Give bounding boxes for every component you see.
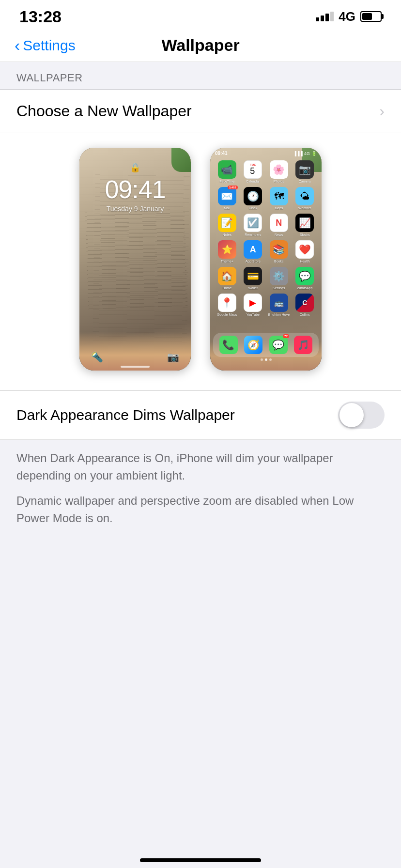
news-icon: N bbox=[270, 214, 288, 232]
lock-date: Tuesday 9 January bbox=[107, 205, 164, 213]
app-weather[interactable]: 🌤 Weather bbox=[294, 187, 316, 210]
brighton-label: Brighton Hove bbox=[268, 313, 290, 316]
list-container: Choose a New Wallpaper › bbox=[0, 90, 401, 133]
health-label: Health bbox=[300, 260, 309, 263]
theme-store-icon: ⭐ bbox=[218, 240, 236, 259]
home-battery-icon: 🔋 bbox=[311, 151, 317, 156]
app-notes[interactable]: 📝 Notes bbox=[216, 214, 238, 236]
signal-bar-2 bbox=[321, 16, 324, 21]
lock-screen-preview[interactable]: 🔒 09:41 Tuesday 9 January 🔦 📷 bbox=[79, 148, 191, 371]
app-camera[interactable]: 📷 Camera bbox=[294, 160, 316, 183]
calendar-icon: TUE5 bbox=[244, 160, 262, 179]
calendar-label: Calendar bbox=[246, 180, 260, 183]
clock-icon: 🕐 bbox=[244, 187, 262, 205]
app-google-maps[interactable]: 📍 Google Maps bbox=[216, 294, 238, 316]
app-home-app[interactable]: 🏠 Home bbox=[216, 267, 238, 290]
lock-home-indicator bbox=[121, 366, 150, 368]
home-app-label: Home bbox=[222, 286, 231, 290]
camera-icon: 📷 bbox=[167, 351, 179, 363]
app-youtube[interactable]: ▶ YouTube bbox=[242, 294, 264, 316]
app-photos[interactable]: 🌸 Photos bbox=[268, 160, 290, 183]
dot-1 bbox=[261, 358, 263, 361]
page-title: Wallpaper bbox=[161, 36, 239, 55]
mail-label: Mail bbox=[224, 206, 230, 210]
app-mail[interactable]: ✉️ 3,482 Mail bbox=[216, 187, 238, 210]
wallet-icon: 💳 bbox=[244, 267, 262, 285]
section-header: WALLPAPER bbox=[0, 62, 401, 90]
app-theme-store[interactable]: ⭐ Theme+ bbox=[216, 240, 238, 263]
maps-icon: 🗺 bbox=[270, 187, 288, 205]
battery-icon bbox=[360, 11, 382, 22]
stocks-label: Stocks bbox=[300, 233, 310, 236]
settings-icon: ⚙️ bbox=[270, 267, 288, 285]
home-status-bar: 09:41 ▐▐▐ 4G 🔋 bbox=[210, 148, 322, 156]
news-label: News bbox=[275, 233, 283, 236]
lock-icon: 🔒 bbox=[130, 162, 140, 173]
page-dots bbox=[210, 358, 322, 361]
app-settings[interactable]: ⚙️ Settings bbox=[268, 267, 290, 290]
books-icon: 📚 bbox=[270, 240, 288, 259]
description-text-2: Dynamic wallpaper and perspective zoom a… bbox=[16, 492, 385, 527]
dock-phone[interactable]: 📞 bbox=[219, 336, 238, 354]
app-books[interactable]: 📚 Books bbox=[268, 240, 290, 263]
home-signal-icon: ▐▐▐ bbox=[293, 151, 303, 156]
dock-messages[interactable]: 💬 77 bbox=[269, 336, 288, 354]
flashlight-icon: 🔦 bbox=[91, 351, 103, 363]
photos-label: Photos bbox=[274, 180, 284, 183]
dock-music[interactable]: 🎵 bbox=[294, 336, 312, 354]
signal-type: 4G bbox=[339, 9, 355, 24]
appstore-label: App Store bbox=[246, 260, 261, 263]
app-calendar[interactable]: TUE5 Calendar bbox=[242, 160, 264, 183]
camera-label: Camera bbox=[299, 180, 311, 183]
app-news[interactable]: N News bbox=[268, 214, 290, 236]
home-indicator bbox=[140, 858, 261, 862]
app-health[interactable]: ❤️ Health bbox=[294, 240, 316, 263]
maps-label: Maps bbox=[275, 206, 283, 210]
description-section: When Dark Appearance is On, iPhone will … bbox=[0, 440, 401, 544]
app-collins[interactable]: C Collins bbox=[294, 294, 316, 316]
toggle-knob bbox=[339, 403, 364, 427]
app-wallet[interactable]: 💳 Wallet bbox=[242, 267, 264, 290]
signal-bar-4 bbox=[330, 12, 334, 21]
app-stocks[interactable]: 📈 Stocks bbox=[294, 214, 316, 236]
youtube-label: YouTube bbox=[246, 313, 260, 316]
app-appstore[interactable]: A App Store bbox=[242, 240, 264, 263]
home-screen-preview[interactable]: 09:41 ▐▐▐ 4G 🔋 📹 FaceTime TUE5 Calendar … bbox=[210, 148, 322, 371]
wallet-label: Wallet bbox=[248, 286, 258, 290]
status-time: 13:28 bbox=[19, 7, 62, 26]
choose-wallpaper-item[interactable]: Choose a New Wallpaper › bbox=[0, 90, 401, 133]
reminders-icon: ☑️ bbox=[244, 214, 262, 232]
signal-bars-icon bbox=[316, 12, 334, 21]
app-clock[interactable]: 🕐 Clock bbox=[242, 187, 264, 210]
camera-icon-img: 📷 bbox=[295, 160, 314, 179]
nav-bar: ‹ Settings Wallpaper bbox=[0, 29, 401, 62]
status-bar: 13:28 4G bbox=[0, 0, 401, 29]
wallpaper-previews: 🔒 09:41 Tuesday 9 January 🔦 📷 09:41 ▐▐▐ bbox=[0, 133, 401, 390]
notes-icon: 📝 bbox=[218, 214, 236, 232]
books-label: Books bbox=[274, 260, 283, 263]
appstore-icon: A bbox=[244, 240, 262, 259]
choose-wallpaper-label: Choose a New Wallpaper bbox=[16, 102, 192, 120]
messages-badge: 77 bbox=[283, 334, 289, 338]
section-header-text: WALLPAPER bbox=[16, 72, 83, 84]
lock-screen-overlay: 🔒 09:41 Tuesday 9 January bbox=[79, 148, 191, 371]
google-maps-label: Google Maps bbox=[217, 313, 237, 316]
app-reminders[interactable]: ☑️ Reminders bbox=[242, 214, 264, 236]
collins-icon: C bbox=[295, 294, 314, 312]
app-brighton[interactable]: 🚌 Brighton Hove bbox=[268, 294, 290, 316]
app-facetime[interactable]: 📹 FaceTime bbox=[216, 160, 238, 183]
app-maps[interactable]: 🗺 Maps bbox=[268, 187, 290, 210]
lock-bottom-icons: 🔦 📷 bbox=[79, 351, 191, 363]
weather-label: Weather bbox=[298, 206, 311, 210]
clock-label: Clock bbox=[248, 206, 257, 210]
dock-safari[interactable]: 🧭 bbox=[244, 336, 262, 354]
settings-label: Settings bbox=[273, 286, 285, 290]
back-button[interactable]: ‹ Settings bbox=[15, 37, 76, 54]
app-whatsapp[interactable]: 💬 WhatsApp bbox=[294, 267, 316, 290]
dock: 📞 🧭 💬 77 🎵 bbox=[213, 333, 319, 357]
weather-icon: 🌤 bbox=[295, 187, 314, 205]
dark-appearance-toggle[interactable] bbox=[338, 402, 385, 429]
dot-3 bbox=[269, 358, 272, 361]
reminders-label: Reminders bbox=[245, 233, 261, 236]
signal-bar-3 bbox=[325, 14, 329, 21]
